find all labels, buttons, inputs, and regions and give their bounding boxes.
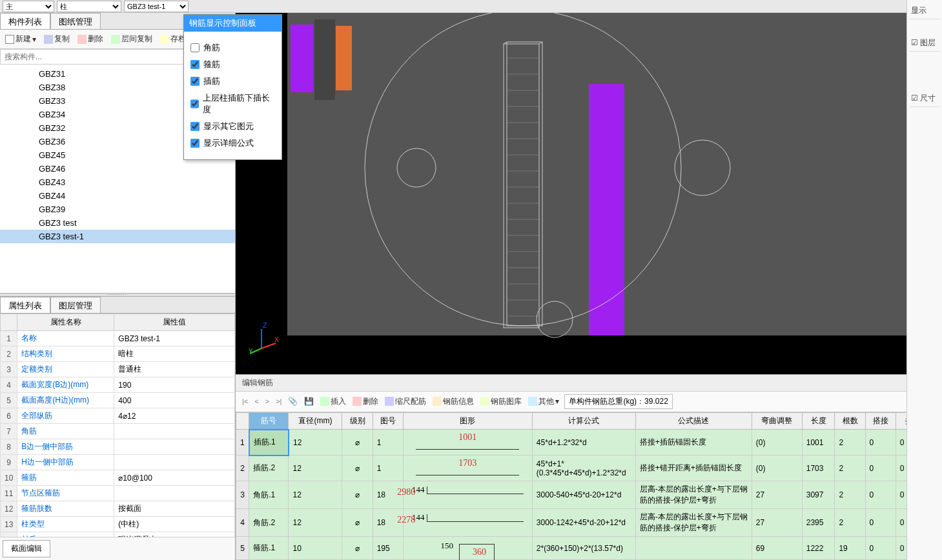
column-header[interactable]: 筋号 — [249, 412, 289, 430]
table-row[interactable]: 5截面高度(H边)(mm)400 — [1, 393, 235, 408]
checkbox-option[interactable]: 箍筋 — [189, 56, 276, 73]
table-row[interactable]: 5 箍筋.1 10⌀195 150 360 2*(360+150)+2*(13.… — [236, 537, 942, 560]
column-header[interactable]: 公式描述 — [635, 412, 752, 430]
copy-button[interactable]: 复制 — [41, 32, 72, 46]
table-row[interactable]: 2结构类别暗柱 — [1, 346, 235, 362]
table-row[interactable]: 7角筋 — [1, 424, 235, 439]
table-row[interactable]: 12箍筋肢数按截面 — [1, 501, 235, 517]
table-row[interactable]: 13柱类型(中柱) — [1, 517, 235, 532]
rebar-table[interactable]: 筋号直径(mm)级别图号图形计算公式公式描述弯曲调整长度根数搭接损耗(%) 1 … — [236, 412, 942, 561]
list-item[interactable]: GBZ39 — [0, 203, 235, 216]
column-header[interactable]: 计算公式 — [532, 412, 635, 430]
rebar-display-dialog: 钢筋显示控制面板 角筋 箍筋 插筋 上层柱插筋下插长度 显示其它图元 显示详细公… — [183, 14, 282, 160]
property-table: 属性名称 属性值 1名称GBZ3 test-12结构类别暗柱3定额类别普通柱4截… — [0, 314, 235, 537]
column-header[interactable]: 弯曲调整 — [752, 412, 802, 430]
viewport-3d[interactable]: Z X Y ◐ 20 ◧ ▣ ↻ ⚙ — [236, 13, 942, 374]
checkbox-option[interactable]: 显示详细公式 — [189, 135, 276, 152]
list-item[interactable]: GBZ46 — [0, 162, 235, 175]
table-row[interactable]: 1 插筋.1 12⌀1 1001 45*d+1.2*32*d 搭接+插筋锚固长度… — [236, 430, 942, 455]
svg-rect-1 — [291, 25, 313, 92]
table-row[interactable]: 2 插筋.2 12⌀1 1703 45*d+1*(0.3*45*d+45*d)+… — [236, 455, 942, 481]
checkbox-option[interactable]: 上层柱插筋下插长度 — [189, 90, 276, 118]
section-edit-button[interactable]: 截面编辑 — [3, 540, 50, 557]
display-section[interactable]: 显示 — [910, 3, 939, 19]
tab-components[interactable]: 构件列表 — [0, 13, 50, 29]
rebar-toolbar: |< < > >| 📎 💾 插入 删除 缩尺配筋 钢筋信息 钢筋图库 其他 ▾ … — [236, 392, 942, 412]
floor-copy-button[interactable]: 层间复制 — [108, 32, 155, 46]
svg-text:Z: Z — [263, 323, 267, 329]
top-bar: 主 柱 GBZ3 test-1 — [0, 0, 942, 13]
delete-button[interactable]: 删除 — [75, 32, 106, 46]
nav-first-icon[interactable]: |< — [240, 396, 251, 406]
table-row[interactable]: 3定额类别普通柱 — [1, 362, 235, 377]
far-right-panel: 显示 ☑ 图层 ☑ 尺寸 — [906, 0, 942, 560]
svg-text:Y: Y — [249, 348, 253, 355]
checkbox-option[interactable]: 插筋 — [189, 73, 276, 90]
new-button[interactable]: 新建 ▾ — [3, 32, 39, 46]
svg-rect-3 — [336, 26, 352, 90]
table-row[interactable]: 4截面宽度(B边)(mm)190 — [1, 377, 235, 393]
attach-icon[interactable]: 📎 — [285, 395, 300, 407]
column-header[interactable]: 图号 — [373, 412, 403, 430]
list-item[interactable]: GBZ44 — [0, 189, 235, 203]
list-item[interactable]: GBZ3 test-1 — [0, 230, 235, 243]
rebar-summary: 单构件钢筋总重(kg)：39.022 — [564, 394, 672, 409]
table-row[interactable]: 9H边一侧中部筋 — [1, 455, 235, 470]
rebar-edit-panel: 编辑钢筋 × |< < > >| 📎 💾 插入 删除 缩尺配筋 钢筋信息 钢筋图… — [236, 374, 942, 561]
svg-line-31 — [261, 343, 276, 348]
table-row[interactable]: 11节点区箍筋 — [1, 486, 235, 501]
rebar-library-button[interactable]: 钢筋图库 — [478, 395, 524, 408]
viewport-content — [236, 13, 942, 374]
nav-next-icon[interactable]: > — [263, 396, 272, 406]
svg-text:X: X — [274, 336, 279, 343]
dropdown-main[interactable]: 主 — [3, 1, 54, 12]
other-button[interactable]: 其他 ▾ — [526, 395, 562, 408]
dropdown-type[interactable]: 柱 — [57, 1, 121, 12]
table-row[interactable]: 14材质现浇混凝土 — [1, 532, 235, 537]
table-row[interactable]: 8B边一侧中部筋 — [1, 439, 235, 455]
tab-properties[interactable]: 属性列表 — [0, 297, 50, 313]
scale-button[interactable]: 缩尺配筋 — [382, 395, 429, 408]
tab-drawings[interactable]: 图纸管理 — [50, 13, 101, 29]
right-panel: Z X Y ◐ 20 ◧ ▣ ↻ ⚙ 钢筋显示控制面板 角筋 箍筋 插筋 上层柱… — [236, 13, 942, 560]
rebar-info-button[interactable]: 钢筋信息 — [430, 395, 476, 408]
layers-section[interactable]: ☑ 图层 — [910, 35, 939, 52]
axis-gizmo: Z X Y — [249, 323, 281, 355]
column-header[interactable]: 搭接 — [865, 412, 896, 430]
column-header[interactable]: 长度 — [802, 412, 835, 430]
prop-header-name: 属性名称 — [17, 314, 114, 331]
table-row[interactable]: 4 角筋.2 12⌀18 144 2278 3000-1242+45*d-20+… — [236, 509, 942, 537]
prop-header-value: 属性值 — [114, 314, 235, 331]
column-header[interactable]: 根数 — [835, 412, 865, 430]
nav-last-icon[interactable]: >| — [273, 396, 284, 406]
svg-rect-4 — [589, 84, 624, 335]
prop-tabs: 属性列表 图层管理 — [0, 297, 235, 314]
delete-rebar-button[interactable]: 删除 — [350, 395, 381, 408]
list-item[interactable]: GBZ3 test — [0, 216, 235, 230]
rebar-panel-title: 编辑钢筋 — [242, 377, 273, 388]
dropdown-component[interactable]: GBZ3 test-1 — [124, 1, 189, 12]
table-row[interactable]: 3 角筋.1 12⌀18 144 2980 3000-540+45*d-20+1… — [236, 481, 942, 509]
column-header[interactable]: 图形 — [403, 412, 532, 430]
tab-layers[interactable]: 图层管理 — [50, 297, 101, 313]
checkbox-option[interactable]: 显示其它图元 — [189, 118, 276, 135]
column-header[interactable]: 直径(mm) — [289, 412, 342, 430]
list-item[interactable]: GBZ43 — [0, 175, 235, 189]
insert-button[interactable]: 插入 — [318, 395, 349, 408]
column-header[interactable]: 级别 — [342, 412, 373, 430]
table-row[interactable]: 10箍筋⌀10@100 — [1, 470, 235, 486]
splitter[interactable] — [0, 293, 235, 297]
svg-rect-2 — [314, 19, 335, 100]
dim-section[interactable]: ☑ 尺寸 — [910, 90, 939, 107]
nav-prev-icon[interactable]: < — [252, 396, 261, 406]
dialog-title[interactable]: 钢筋显示控制面板 — [184, 15, 282, 32]
checkbox-option[interactable]: 角筋 — [189, 39, 276, 56]
save-icon[interactable]: 💾 — [302, 395, 316, 407]
table-row[interactable]: 1名称GBZ3 test-1 — [1, 331, 235, 346]
table-row[interactable]: 6全部纵筋4⌀12 — [1, 408, 235, 424]
